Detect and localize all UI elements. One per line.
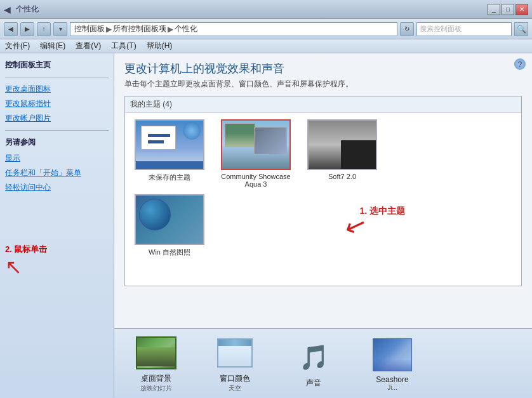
search-placeholder: 搜索控制面板 — [420, 24, 462, 34]
up-button[interactable]: ↑ — [37, 22, 51, 36]
sound-symbol: 🎵 — [299, 343, 329, 371]
page-title: 更改计算机上的视觉效果和声音 — [124, 61, 522, 76]
path-sep2: ▶ — [168, 25, 173, 34]
maximize-button[interactable]: □ — [502, 4, 514, 15]
menu-view[interactable]: 查看(V) — [76, 41, 101, 51]
themes-grid-row2: Win 自然图照 — [125, 194, 521, 263]
seashore-sublabel: Ji... — [387, 384, 397, 391]
sidebar: 控制面板主页 更改桌面图标 更改鼠标指针 更改帐户图片 另请参阅 显示 任务栏和… — [0, 53, 114, 398]
win-taskbar — [136, 161, 203, 169]
content-area: ? 更改计算机上的视觉效果和声音 单击每个主题立即更改桌面背景、窗口颜色、声音和… — [114, 53, 532, 398]
window-color-bar — [218, 340, 251, 346]
sidebar-link-display[interactable]: 显示 — [5, 153, 109, 164]
theme-item-aqua3[interactable]: Community Showcase Aqua 3 — [218, 119, 294, 188]
sidebar-link-mouse-pointer[interactable]: 更改鼠标指针 — [5, 98, 109, 109]
seashore-thumbnail — [373, 338, 412, 371]
help-icon[interactable]: ? — [514, 58, 526, 70]
sidebar-link-ease-access[interactable]: 轻松访问中心 — [5, 182, 109, 193]
minimize-button[interactable]: _ — [488, 4, 500, 15]
theme-item-unsaved[interactable]: 未保存的主题 — [131, 119, 208, 188]
theme-label-soft7: Soft7 2.0 — [328, 173, 356, 180]
theme-thumb-soft7 — [307, 119, 377, 170]
path-part2: 所有控制面板项 — [113, 23, 166, 34]
address-bar: ◀ ▶ ↑ ▾ 控制面板 ▶ 所有控制面板项 ▶ 个性化 ↻ 搜索控制面板 🔍 — [0, 19, 532, 39]
bottom-item-window-color[interactable]: 窗口颜色 天空 — [203, 334, 267, 393]
themes-panel[interactable]: 我的主题 (4) 未保存的主题 — [124, 96, 522, 286]
sidebar-also-see-label: 另请参阅 — [5, 137, 109, 148]
nature-globe — [139, 199, 171, 230]
sidebar-link-taskbar[interactable]: 任务栏和「开始」菜单 — [5, 168, 109, 178]
back-button[interactable]: ◀ — [4, 22, 18, 36]
theme-label-nature: Win 自然图照 — [149, 248, 190, 257]
main-layout: 控制面板主页 更改桌面图标 更改鼠标指针 更改帐户图片 另请参阅 显示 任务栏和… — [0, 53, 532, 398]
address-path[interactable]: 控制面板 ▶ 所有控制面板项 ▶ 个性化 — [70, 22, 397, 36]
menu-tools[interactable]: 工具(T) — [111, 41, 136, 51]
theme-label-aqua3: Community Showcase Aqua 3 — [221, 173, 291, 188]
seashore-label: Seashore — [376, 375, 408, 384]
soft7-dark — [341, 140, 376, 169]
search-button[interactable]: 🔍 — [514, 22, 528, 36]
search-icon: 🔍 — [517, 25, 526, 34]
sidebar-link-account-pic[interactable]: 更改帐户图片 — [5, 113, 109, 124]
window-color-thumbnail — [217, 338, 253, 368]
aqua-tree — [225, 124, 255, 147]
history-button[interactable]: ▾ — [53, 22, 67, 36]
annotation-arrow-sidebar: ↙ — [5, 256, 109, 281]
seashore-icon — [370, 336, 415, 374]
desktop-bg-sublabel: 放映幻灯片 — [140, 384, 172, 393]
refresh-button[interactable]: ↻ — [400, 22, 414, 36]
aqua-sub2 — [254, 127, 287, 155]
win-logo — [183, 122, 201, 140]
window-color-sublabel: 天空 — [229, 384, 241, 393]
bottom-item-desktop-bg[interactable]: 桌面背景 放映幻灯片 — [124, 334, 188, 393]
desktop-bg-label: 桌面背景 — [141, 373, 171, 384]
theme-thumb-unsaved — [135, 119, 204, 170]
win-stripe2 — [148, 140, 164, 143]
themes-section-label: 我的主题 (4) — [125, 96, 521, 113]
desktop-bg-thumbnail — [136, 336, 176, 369]
bottom-bar: 桌面背景 放映幻灯片 窗口颜色 天空 🎵 声音 — [114, 328, 532, 398]
annotation-main-arrow: ↙ — [341, 208, 371, 243]
title-bar-back-icon: ◀ — [4, 4, 11, 15]
theme-item-soft7[interactable]: Soft7 2.0 — [304, 119, 380, 188]
win-stripe1 — [148, 134, 170, 137]
annotation-mouse-click: 2. 鼠标单击 — [5, 244, 109, 255]
menu-file[interactable]: 文件(F) — [5, 41, 30, 51]
themes-grid: 未保存的主题 Community Showcase Aqua 3 — [125, 113, 521, 194]
window-color-label: 窗口颜色 — [220, 373, 250, 384]
title-bar-text: 个性化 — [16, 4, 39, 15]
bottom-item-sound[interactable]: 🎵 声音 — [282, 338, 345, 388]
sound-label: 声音 — [306, 378, 321, 388]
sidebar-link-desktop-icon[interactable]: 更改桌面图标 — [5, 84, 109, 95]
annotation-select-theme: 1. 选中主题 ↙ — [345, 206, 405, 240]
theme-thumb-aqua3 — [221, 119, 291, 170]
bottom-item-seashore[interactable]: Seashore Ji... — [361, 336, 424, 391]
win-inner — [141, 126, 176, 150]
search-box[interactable]: 搜索控制面板 — [416, 22, 512, 36]
path-sep1: ▶ — [106, 25, 112, 34]
forward-button[interactable]: ▶ — [20, 22, 34, 36]
title-bar-controls: _ □ ✕ — [488, 4, 528, 15]
close-button[interactable]: ✕ — [515, 4, 528, 15]
theme-thumb-nature — [135, 194, 204, 245]
title-bar: ◀ 个性化 _ □ ✕ — [0, 0, 532, 19]
path-part3: 个性化 — [175, 23, 197, 34]
menu-edit[interactable]: 编辑(E) — [40, 41, 65, 51]
path-part1: 控制面板 — [74, 23, 105, 34]
desktop-bg-icon — [134, 334, 178, 372]
window-color-icon — [213, 334, 257, 372]
theme-label-unsaved: 未保存的主题 — [149, 173, 190, 182]
aqua-sub1 — [225, 123, 255, 147]
sidebar-home[interactable]: 控制面板主页 — [5, 60, 109, 70]
menu-help[interactable]: 帮助(H) — [147, 41, 173, 51]
sound-icon: 🎵 — [291, 338, 336, 376]
menu-bar: 文件(F) 编辑(E) 查看(V) 工具(T) 帮助(H) — [0, 39, 532, 53]
theme-item-nature[interactable]: Win 自然图照 — [131, 194, 208, 257]
page-subtitle: 单击每个主题立即更改桌面背景、窗口颜色、声音和屏幕保护程序。 — [124, 79, 522, 90]
